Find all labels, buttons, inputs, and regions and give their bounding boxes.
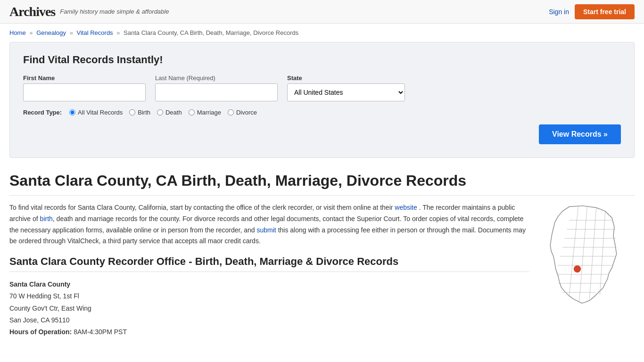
address-block: Santa Clara County 70 W Hedding St, 1st … (9, 279, 529, 338)
radio-divorce[interactable]: Divorce (228, 109, 257, 116)
search-container: Find Vital Records Instantly! First Name… (9, 42, 635, 158)
website-link[interactable]: website (395, 204, 417, 211)
breadcrumb: Home » Genealogy » Vital Records » Santa… (0, 24, 644, 42)
header-left: Archives Family history made simple & af… (9, 4, 169, 19)
page-title: Santa Clara County, CA Birth, Death, Mar… (9, 172, 635, 196)
record-type-label: Record Type: (23, 109, 62, 116)
breadcrumb-vital-records[interactable]: Vital Records (77, 29, 113, 36)
record-type-row: Record Type: All Vital Records Birth Dea… (23, 109, 621, 116)
breadcrumb-sep2: » (70, 29, 73, 36)
first-name-group: First Name (23, 74, 146, 101)
radio-marriage[interactable]: Marriage (189, 109, 221, 116)
radio-birth[interactable]: Birth (129, 109, 150, 116)
breadcrumb-home[interactable]: Home (9, 29, 26, 36)
state-select[interactable]: All United States Alabama Alaska Arizona… (287, 83, 405, 101)
first-name-label: First Name (23, 74, 146, 82)
start-trial-button[interactable]: Start free trial (575, 4, 635, 19)
search-title: Find Vital Records Instantly! (23, 54, 621, 66)
main-content: Santa Clara County, CA Birth, Death, Mar… (0, 167, 644, 352)
map-container (540, 202, 635, 338)
breadcrumb-sep1: » (29, 29, 33, 36)
site-logo: Archives (9, 4, 55, 19)
hours-line: Hours of Operation: 8AM-4:30PM PST (9, 326, 529, 338)
hours-label: Hours of Operation: (9, 328, 72, 336)
last-name-group: Last Name (Required) (155, 74, 278, 101)
submit-link[interactable]: submit (257, 226, 276, 234)
search-fields: First Name Last Name (Required) State Al… (23, 74, 621, 101)
breadcrumb-genealogy[interactable]: Genealogy (36, 29, 66, 36)
breadcrumb-current: Santa Clara County, CA Birth, Death, Mar… (124, 29, 298, 36)
first-name-input[interactable] (23, 83, 146, 101)
header-right: Sign in Start free trial (549, 4, 635, 19)
svg-point-13 (574, 265, 581, 272)
svg-line-11 (589, 207, 596, 299)
last-name-input[interactable] (155, 83, 278, 101)
birth-link[interactable]: birth (40, 215, 53, 222)
building-address: County Gov't Ctr, East Wing (9, 303, 529, 314)
county-name: Santa Clara County (9, 279, 529, 290)
breadcrumb-sep3: » (116, 29, 120, 36)
radio-death[interactable]: Death (157, 109, 182, 116)
street-address: 70 W Hedding St, 1st Fl (9, 290, 529, 302)
content-area: To find vital records for Santa Clara Co… (9, 202, 635, 338)
radio-all-vital-records[interactable]: All Vital Records (69, 109, 123, 116)
search-btn-row: View Records » (23, 124, 621, 144)
last-name-label: Last Name (Required) (155, 74, 278, 82)
site-header: Archives Family history made simple & af… (0, 0, 644, 24)
section2-title: Santa Clara County Recorder Office - Bir… (9, 255, 529, 272)
california-map (540, 202, 625, 306)
city-state-zip: San Jose, CA 95110 (9, 314, 529, 326)
record-type-radio-group: All Vital Records Birth Death Marriage D… (69, 109, 257, 116)
svg-line-12 (600, 211, 605, 295)
view-records-button[interactable]: View Records » (539, 124, 621, 144)
site-tagline: Family history made simple & affordable (60, 8, 169, 15)
state-group: State All United States Alabama Alaska A… (287, 74, 405, 101)
hours-value: 8AM-4:30PM PST (74, 328, 127, 336)
content-text: To find vital records for Santa Clara Co… (9, 202, 529, 338)
state-label: State (287, 74, 405, 82)
signin-link[interactable]: Sign in (549, 8, 569, 16)
description-paragraph: To find vital records for Santa Clara Co… (9, 202, 529, 247)
